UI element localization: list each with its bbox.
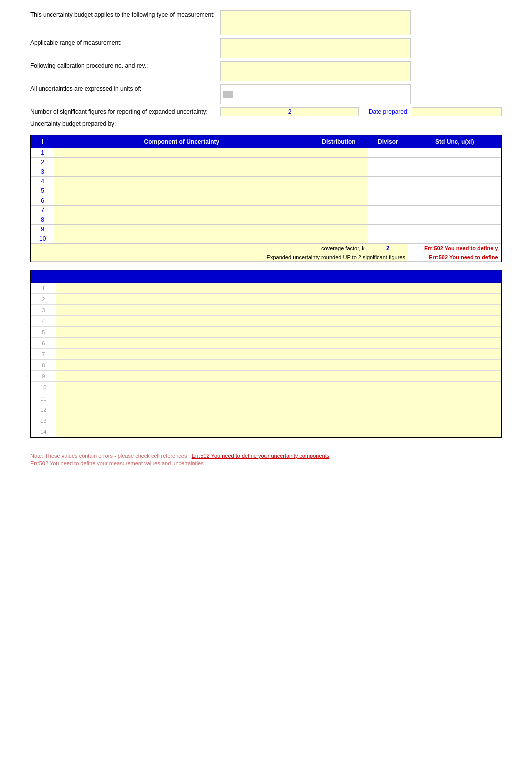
list-item: 2 — [31, 294, 501, 305]
bottom-row-data[interactable] — [56, 415, 501, 426]
row-distribution[interactable] — [310, 234, 368, 244]
bl-err2: Err:502 You need to define — [408, 253, 501, 262]
bottom-row-num: 12 — [31, 404, 56, 415]
calibration-value[interactable] — [220, 61, 411, 81]
list-item: 13 — [31, 415, 501, 426]
row-distribution[interactable] — [310, 215, 368, 225]
applicable-range-value[interactable] — [220, 38, 411, 58]
row-index: 1 — [31, 148, 54, 158]
row-component[interactable] — [54, 167, 310, 177]
row-component[interactable] — [54, 177, 310, 186]
bottom-row-num: 1 — [31, 283, 56, 294]
bottom-row-num: 4 — [31, 316, 56, 327]
bottom-table-wrapper: 1 2 3 4 5 6 7 8 9 10 — [30, 270, 502, 438]
row-divisor[interactable] — [368, 234, 408, 244]
measurement-type-label: This uncertainty budget applies to the f… — [30, 10, 220, 18]
bottom-row-num: 8 — [31, 360, 56, 371]
list-item: 7 — [31, 349, 501, 360]
row-distribution[interactable] — [310, 148, 368, 158]
bottom-row-data[interactable] — [56, 349, 501, 360]
row-divisor[interactable] — [368, 186, 408, 196]
bottom-row-data[interactable] — [56, 294, 501, 305]
header-std-unc: Std Unc, u(xi) — [408, 136, 501, 148]
row-distribution[interactable] — [310, 196, 368, 206]
row-std-unc — [408, 206, 501, 215]
list-item: 12 — [31, 404, 501, 415]
row-divisor[interactable] — [368, 225, 408, 234]
bottom-row-data[interactable] — [56, 283, 501, 294]
row-index: 8 — [31, 215, 54, 225]
row-divisor[interactable] — [368, 177, 408, 186]
row-divisor[interactable] — [368, 148, 408, 158]
list-item: 6 — [31, 338, 501, 349]
row-index: 5 — [31, 186, 54, 196]
row-std-unc — [408, 158, 501, 167]
sig-figs-value[interactable]: 2 — [220, 107, 359, 116]
bottom-row-data[interactable] — [56, 393, 501, 404]
row-component[interactable] — [54, 215, 310, 225]
row-divisor[interactable] — [368, 206, 408, 215]
row-std-unc — [408, 225, 501, 234]
bottom-row-data[interactable] — [56, 382, 501, 393]
sig-figs-row: Number of significant figures for report… — [30, 107, 502, 116]
date-prepared-label: Date prepared: — [369, 108, 409, 115]
row-component[interactable] — [54, 148, 310, 158]
measurement-type-row: This uncertainty budget applies to the f… — [30, 10, 502, 35]
row-index: 4 — [31, 177, 54, 186]
table-row: 5 — [31, 186, 501, 196]
row-distribution[interactable] — [310, 177, 368, 186]
bottom-row-data[interactable] — [56, 305, 501, 316]
row-distribution[interactable] — [310, 186, 368, 196]
row-divisor[interactable] — [368, 196, 408, 206]
bottom-row-data[interactable] — [56, 327, 501, 338]
row-std-unc — [408, 148, 501, 158]
bottom-row-num: 2 — [31, 294, 56, 305]
prepared-by-row: Uncertainty budget prepared by: — [30, 119, 502, 127]
row-component[interactable] — [54, 196, 310, 206]
date-prepared-value[interactable] — [412, 107, 502, 116]
row-distribution[interactable] — [310, 206, 368, 215]
sig-figs-number: 2 — [288, 108, 292, 115]
row-component[interactable] — [54, 225, 310, 234]
table-row: 3 — [31, 167, 501, 177]
coverage-factor-row: coverage factor, k 2 Err:502 You need to… — [31, 244, 501, 253]
error-link-1[interactable]: Err:502 You need to define your uncertai… — [192, 453, 330, 459]
cf-empty2 — [54, 244, 310, 253]
calibration-row: Following calibration procedure no. and … — [30, 61, 502, 81]
row-component[interactable] — [54, 206, 310, 215]
measurement-type-value[interactable] — [220, 10, 411, 35]
list-item: 10 — [31, 382, 501, 393]
uncertainty-table-wrapper: i Component of Uncertainty Distribution … — [30, 135, 502, 262]
row-distribution[interactable] — [310, 167, 368, 177]
row-index: 2 — [31, 158, 54, 167]
header-component: Component of Uncertainty — [54, 136, 310, 148]
row-component[interactable] — [54, 234, 310, 244]
units-value[interactable] — [220, 84, 411, 104]
bl-empty1 — [31, 253, 54, 262]
bottom-row-data[interactable] — [56, 404, 501, 415]
prepared-by-label: Uncertainty budget prepared by: — [30, 119, 220, 127]
bottom-row-num: 5 — [31, 327, 56, 338]
row-distribution[interactable] — [310, 225, 368, 234]
row-distribution[interactable] — [310, 158, 368, 167]
blurred-summary-row: Expanded uncertainty rounded UP to 2 sig… — [31, 253, 501, 262]
bottom-row-data[interactable] — [56, 426, 501, 437]
bottom-row-data[interactable] — [56, 338, 501, 349]
row-std-unc — [408, 215, 501, 225]
bottom-row-num: 9 — [31, 371, 56, 382]
bottom-row-num: 14 — [31, 426, 56, 437]
bottom-row-data[interactable] — [56, 316, 501, 327]
row-index: 3 — [31, 167, 54, 177]
table-row: 9 — [31, 225, 501, 234]
row-divisor[interactable] — [368, 215, 408, 225]
calibration-label: Following calibration procedure no. and … — [30, 61, 220, 69]
list-item: 9 — [31, 371, 501, 382]
row-component[interactable] — [54, 186, 310, 196]
row-divisor[interactable] — [368, 158, 408, 167]
bottom-row-data[interactable] — [56, 360, 501, 371]
row-component[interactable] — [54, 158, 310, 167]
row-divisor[interactable] — [368, 167, 408, 177]
bottom-row-data[interactable] — [56, 371, 501, 382]
bottom-table-header — [31, 271, 501, 283]
info-section: This uncertainty budget applies to the f… — [30, 10, 502, 127]
